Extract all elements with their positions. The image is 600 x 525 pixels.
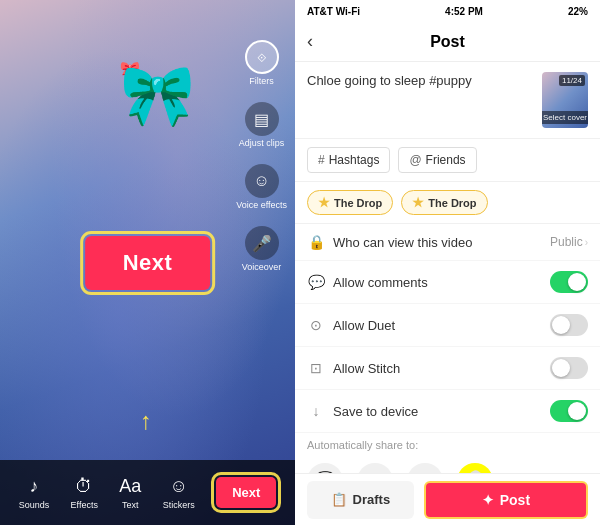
hashtags-label: Hashtags [329, 153, 380, 167]
bow-decoration: 🎀 [120, 60, 220, 140]
status-battery: 22% [568, 6, 588, 17]
post-label: Post [500, 492, 530, 508]
bottom-toolbar: ♪ Sounds ⏱ Effects Aa Text ☺ Stickers Ne… [0, 460, 295, 525]
caption-area: Chloe going to sleep #puppy 11/24 Select… [295, 62, 600, 139]
right-toolbar: ⟐ Filters ▤ Adjust clips ☺ Voice effects… [236, 40, 287, 272]
post-star-icon: ✦ [482, 492, 494, 508]
hashtag-icon: # [318, 153, 325, 167]
setting-allow-comments: 💬 Allow comments [295, 261, 600, 304]
filters-label: Filters [249, 76, 274, 86]
post-button[interactable]: ✦ Post [424, 481, 588, 519]
comments-toggle[interactable] [550, 271, 588, 293]
battery-text: 22% [568, 6, 588, 17]
voice-effects-icon: ☺ [245, 164, 279, 198]
settings-list: 🔒 Who can view this video Public › 💬 All… [295, 224, 600, 473]
setting-save-device: ↓ Save to device [295, 390, 600, 433]
auto-share-row: Automatically share to: [295, 433, 600, 457]
drop-label-1: The Drop [334, 197, 382, 209]
drafts-button[interactable]: 📋 Drafts [307, 481, 414, 519]
adjust-icon: ▤ [245, 102, 279, 136]
friends-button[interactable]: @ Friends [398, 147, 476, 173]
filters-tool[interactable]: ⟐ Filters [245, 40, 279, 86]
friends-label: Friends [426, 153, 466, 167]
status-time: 4:52 PM [445, 6, 483, 17]
text-label: Text [122, 500, 139, 510]
text-icon: Aa [119, 476, 141, 497]
filters-icon: ⟐ [245, 40, 279, 74]
effects-icon: ⏱ [75, 476, 93, 497]
back-button[interactable]: ‹ [307, 31, 313, 52]
text-tool[interactable]: Aa Text [119, 476, 141, 510]
next-overlay: Next [85, 236, 211, 290]
cover-thumbnail[interactable]: 11/24 Select cover [542, 72, 588, 128]
share-icons-row: 💬 📷 + 👻 [295, 457, 600, 473]
duet-icon: ⊙ [307, 317, 325, 333]
who-can-view-label: Who can view this video [333, 235, 542, 250]
save-icon: ↓ [307, 403, 325, 419]
adjust-clips-tool[interactable]: ▤ Adjust clips [239, 102, 285, 148]
drop-row: ★ The Drop ★ The Drop [295, 182, 600, 224]
status-bar: AT&T Wi-Fi 4:52 PM 22% [295, 0, 600, 22]
drop-badge-2[interactable]: ★ The Drop [401, 190, 487, 215]
adjust-label: Adjust clips [239, 138, 285, 148]
effects-label: Effects [71, 500, 98, 510]
drop-badge-1[interactable]: ★ The Drop [307, 190, 393, 215]
allow-comments-label: Allow comments [333, 275, 542, 290]
stickers-label: Stickers [163, 500, 195, 510]
drop-label-2: The Drop [428, 197, 476, 209]
effects-tool[interactable]: ⏱ Effects [71, 476, 98, 510]
auto-share-label: Automatically share to: [307, 439, 418, 451]
post-header: ‹ Post [295, 22, 600, 62]
right-panel: AT&T Wi-Fi 4:52 PM 22% ‹ Post Chloe goin… [295, 0, 600, 525]
setting-allow-duet: ⊙ Allow Duet [295, 304, 600, 347]
header-title: Post [430, 33, 465, 51]
share-message-button[interactable]: 💬 [307, 463, 343, 473]
chevron-icon: › [585, 237, 588, 248]
who-can-view-value: Public › [550, 235, 588, 249]
voice-effects-tool[interactable]: ☺ Voice effects [236, 164, 287, 210]
save-toggle[interactable] [550, 400, 588, 422]
stitch-icon: ⊡ [307, 360, 325, 376]
comment-icon: 💬 [307, 274, 325, 290]
duet-toggle[interactable] [550, 314, 588, 336]
sounds-icon: ♪ [29, 476, 38, 497]
stickers-icon: ☺ [170, 476, 188, 497]
star-icon-1: ★ [318, 195, 330, 210]
left-panel: 🎀 ⟐ Filters ▤ Adjust clips ☺ Voice effec… [0, 0, 295, 525]
public-text: Public [550, 235, 583, 249]
tag-row: # Hashtags @ Friends [295, 139, 600, 182]
setting-who-can-view[interactable]: 🔒 Who can view this video Public › [295, 224, 600, 261]
arrow-annotation: ↑ [140, 407, 152, 435]
allow-duet-label: Allow Duet [333, 318, 542, 333]
next-button-large[interactable]: Next [85, 236, 211, 290]
sounds-tool[interactable]: ♪ Sounds [19, 476, 50, 510]
at-icon: @ [409, 153, 421, 167]
sounds-label: Sounds [19, 500, 50, 510]
share-instagram-button[interactable]: 📷 [357, 463, 393, 473]
share-snapchat-button[interactable]: 👻 [457, 463, 493, 473]
stitch-toggle[interactable] [550, 357, 588, 379]
drafts-label: Drafts [353, 492, 391, 507]
star-icon-2: ★ [412, 195, 424, 210]
allow-stitch-label: Allow Stitch [333, 361, 542, 376]
status-carrier: AT&T Wi-Fi [307, 6, 360, 17]
save-device-label: Save to device [333, 404, 542, 419]
hashtags-button[interactable]: # Hashtags [307, 147, 390, 173]
drafts-icon: 📋 [331, 492, 347, 507]
share-add-button[interactable]: + [407, 463, 443, 473]
carrier-text: AT&T Wi-Fi [307, 6, 360, 17]
lock-icon: 🔒 [307, 234, 325, 250]
setting-allow-stitch: ⊡ Allow Stitch [295, 347, 600, 390]
select-cover-label: Select cover [542, 111, 588, 124]
action-bar: 📋 Drafts ✦ Post [295, 473, 600, 525]
caption-text[interactable]: Chloe going to sleep #puppy [307, 72, 534, 90]
voiceover-tool[interactable]: 🎤 Voiceover [242, 226, 282, 272]
voiceover-icon: 🎤 [245, 226, 279, 260]
voiceover-label: Voiceover [242, 262, 282, 272]
cover-badge: 11/24 [559, 75, 585, 86]
voice-effects-label: Voice effects [236, 200, 287, 210]
stickers-tool[interactable]: ☺ Stickers [163, 476, 195, 510]
next-button-small[interactable]: Next [216, 477, 276, 508]
